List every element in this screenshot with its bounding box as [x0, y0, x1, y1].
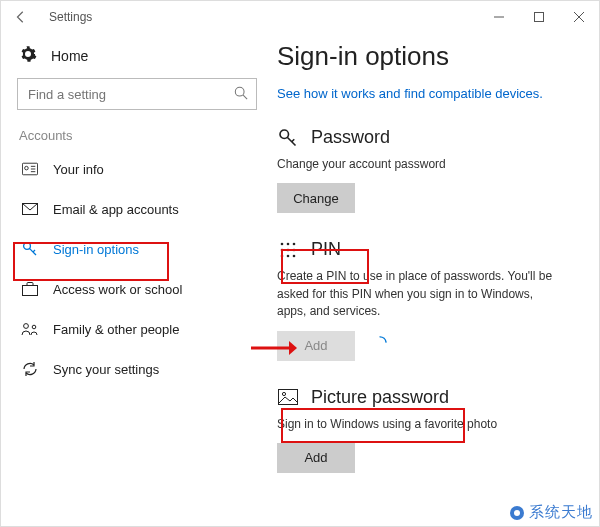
svg-point-29: [282, 392, 285, 395]
nav-label: Family & other people: [53, 322, 179, 337]
svg-point-25: [281, 255, 284, 258]
minimize-button[interactable]: [479, 3, 519, 31]
svg-rect-28: [279, 390, 298, 405]
gear-icon: [19, 45, 37, 66]
svg-rect-1: [535, 13, 544, 22]
watermark-logo-icon: [509, 505, 525, 521]
maximize-button[interactable]: [519, 3, 559, 31]
picture-icon: [277, 389, 299, 405]
nav-label: Sign-in options: [53, 242, 139, 257]
key-icon: [21, 241, 39, 257]
pin-heading: PIN: [311, 239, 341, 260]
pin-desc: Create a PIN to use in place of password…: [277, 268, 557, 320]
svg-point-14: [24, 324, 29, 329]
nav-label: Access work or school: [53, 282, 182, 297]
loading-spinner-icon: [373, 336, 387, 353]
svg-point-24: [293, 249, 296, 252]
picture-password-group: Picture password Sign in to Windows usin…: [277, 387, 583, 473]
id-card-icon: [21, 162, 39, 176]
mail-icon: [21, 203, 39, 215]
svg-point-21: [293, 243, 296, 246]
svg-point-10: [24, 243, 31, 250]
svg-point-19: [281, 243, 284, 246]
add-pin-button[interactable]: Add: [277, 331, 355, 361]
svg-point-22: [281, 249, 284, 252]
svg-point-26: [287, 255, 290, 258]
password-group: Password Change your account password Ch…: [277, 127, 583, 213]
search-input[interactable]: [26, 86, 234, 103]
pin-keypad-icon: [277, 241, 299, 259]
picture-desc: Sign in to Windows using a favorite phot…: [277, 416, 557, 433]
svg-line-3: [243, 95, 247, 99]
svg-line-12: [33, 250, 35, 252]
nav-label: Your info: [53, 162, 104, 177]
svg-point-27: [293, 255, 296, 258]
nav-label: Email & app accounts: [53, 202, 179, 217]
svg-point-5: [25, 166, 29, 170]
svg-point-20: [287, 243, 290, 246]
svg-point-23: [287, 249, 290, 252]
svg-rect-13: [23, 286, 38, 296]
compat-link[interactable]: See how it works and find compatible dev…: [277, 86, 543, 101]
svg-point-16: [280, 130, 289, 139]
section-label: Accounts: [19, 128, 257, 143]
password-desc: Change your account password: [277, 156, 557, 173]
change-password-button[interactable]: Change: [277, 183, 355, 213]
people-icon: [21, 322, 39, 336]
close-button[interactable]: [559, 3, 599, 31]
svg-point-33: [514, 510, 520, 516]
sync-icon: [21, 361, 39, 377]
search-input-wrap[interactable]: [17, 78, 257, 110]
briefcase-icon: [21, 282, 39, 296]
nav-signin-options[interactable]: Sign-in options: [17, 229, 257, 269]
back-button[interactable]: [9, 5, 33, 29]
home-nav[interactable]: Home: [17, 41, 257, 78]
nav-list: Your info Email & app accounts Sign-in o…: [17, 149, 257, 389]
nav-email[interactable]: Email & app accounts: [17, 189, 257, 229]
pin-group: PIN Create a PIN to use in place of pass…: [277, 239, 583, 360]
add-picture-password-button[interactable]: Add: [277, 443, 355, 473]
svg-point-2: [235, 87, 244, 96]
nav-family[interactable]: Family & other people: [17, 309, 257, 349]
key-icon: [277, 128, 299, 148]
page-title: Sign-in options: [277, 41, 583, 72]
watermark-text: 系统天地: [529, 503, 593, 522]
svg-line-18: [292, 139, 295, 142]
nav-sync[interactable]: Sync your settings: [17, 349, 257, 389]
picture-heading: Picture password: [311, 387, 449, 408]
nav-your-info[interactable]: Your info: [17, 149, 257, 189]
svg-point-15: [32, 325, 36, 329]
search-icon: [234, 86, 248, 103]
window-title: Settings: [49, 10, 92, 24]
home-label: Home: [51, 48, 88, 64]
watermark: 系统天地: [509, 503, 593, 522]
password-heading: Password: [311, 127, 390, 148]
nav-label: Sync your settings: [53, 362, 159, 377]
nav-work[interactable]: Access work or school: [17, 269, 257, 309]
